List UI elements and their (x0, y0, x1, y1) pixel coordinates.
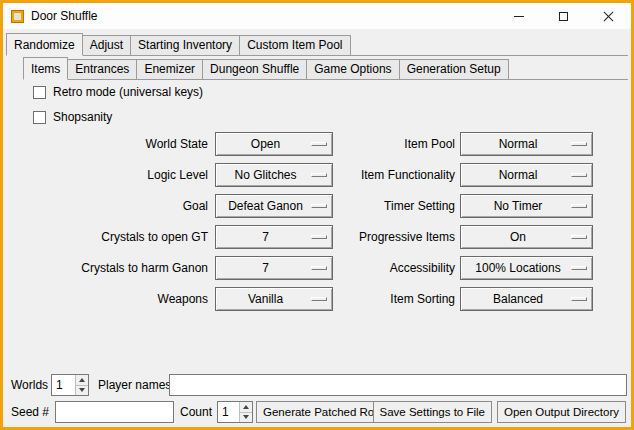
window-content: Randomize Adjust Starting Inventory Cust… (3, 29, 631, 427)
down-arrow-icon (243, 415, 249, 419)
dropdown-goal[interactable]: Defeat Ganon (215, 194, 333, 218)
window-title: Door Shuffle (31, 9, 98, 23)
dropdown-indicator-icon (571, 142, 587, 146)
dropdown-indicator-icon (311, 297, 327, 301)
shopsanity-row: Shopsanity (33, 109, 112, 125)
up-arrow-icon (79, 378, 85, 382)
item-sorting-label: Item Sorting (339, 287, 455, 311)
count-spinner-down[interactable] (240, 412, 252, 423)
dropdown-indicator-icon (311, 142, 327, 146)
worlds-spinner-down[interactable] (76, 385, 88, 396)
player-names-label: Player names (98, 374, 171, 396)
dropdown-indicator-icon (571, 235, 587, 239)
dropdown-indicator-icon (311, 266, 327, 270)
shopsanity-label: Shopsanity (53, 110, 112, 124)
dropdown-crystals-ganon[interactable]: 7 (215, 256, 333, 280)
dropdown-indicator-icon (571, 297, 587, 301)
goal-label: Goal (3, 194, 208, 218)
minimize-icon (514, 16, 524, 17)
count-value: 1 (218, 402, 239, 422)
item-functionality-label: Item Functionality (339, 163, 455, 187)
titlebar[interactable]: Door Shuffle (3, 3, 631, 29)
retro-mode-checkbox[interactable] (33, 86, 46, 99)
dropdown-crystals-gt[interactable]: 7 (215, 225, 333, 249)
window-controls (496, 3, 631, 29)
crystals-ganon-label: Crystals to harm Ganon (3, 256, 208, 280)
minimize-button[interactable] (496, 3, 541, 29)
dropdown-world-state[interactable]: Open (215, 132, 333, 156)
count-spinner[interactable]: 1 (217, 401, 253, 423)
worlds-value: 1 (52, 375, 75, 395)
tab-randomize[interactable]: Randomize (6, 33, 83, 56)
world-state-label: World State (3, 132, 208, 156)
timer-setting-label: Timer Setting (339, 194, 455, 218)
app-icon (11, 10, 24, 23)
dropdown-indicator-icon (571, 266, 587, 270)
tab-adjust[interactable]: Adjust (82, 35, 131, 56)
dropdown-indicator-icon (311, 235, 327, 239)
subtab-generation-setup[interactable]: Generation Setup (399, 59, 509, 80)
maximize-icon (559, 12, 568, 21)
dropdown-item-functionality[interactable]: Normal (460, 163, 593, 187)
crystals-gt-label: Crystals to open GT (3, 225, 208, 249)
accessibility-label: Accessibility (339, 256, 455, 280)
dropdown-indicator-icon (571, 204, 587, 208)
dropdown-indicator-icon (311, 173, 327, 177)
logic-level-label: Logic Level (3, 163, 208, 187)
tab-starting-inventory[interactable]: Starting Inventory (130, 35, 240, 56)
item-pool-label: Item Pool (339, 132, 455, 156)
dropdown-timer-setting[interactable]: No Timer (460, 194, 593, 218)
dropdown-accessibility[interactable]: 100% Locations (460, 256, 593, 280)
worlds-spinner-up[interactable] (76, 375, 88, 385)
dropdown-logic-level[interactable]: No Glitches (215, 163, 333, 187)
retro-mode-row: Retro mode (universal keys) (33, 84, 203, 100)
close-icon (603, 11, 614, 22)
count-label: Count (180, 401, 212, 423)
shopsanity-checkbox[interactable] (33, 111, 46, 124)
worlds-label: Worlds (11, 374, 48, 396)
tab-custom-item-pool[interactable]: Custom Item Pool (239, 35, 350, 56)
dropdown-weapons[interactable]: Vanilla (215, 287, 333, 311)
seed-label: Seed # (11, 401, 49, 423)
progressive-items-label: Progressive Items (339, 225, 455, 249)
dropdown-indicator-icon (311, 204, 327, 208)
dropdown-item-sorting[interactable]: Balanced (460, 287, 593, 311)
dropdown-progressive-items[interactable]: On (460, 225, 593, 249)
retro-mode-label: Retro mode (universal keys) (53, 85, 203, 99)
player-names-input[interactable] (169, 374, 627, 396)
weapons-label: Weapons (3, 287, 208, 311)
down-arrow-icon (79, 388, 85, 392)
close-button[interactable] (586, 3, 631, 29)
subtab-enemizer[interactable]: Enemizer (136, 59, 203, 80)
subtab-dungeon-shuffle[interactable]: Dungeon Shuffle (202, 59, 307, 80)
subtab-entrances[interactable]: Entrances (67, 59, 137, 80)
count-spinner-up[interactable] (240, 402, 252, 412)
main-tabstrip: Randomize Adjust Starting Inventory Cust… (6, 33, 628, 56)
dropdown-indicator-icon (571, 173, 587, 177)
sub-tabstrip: Items Entrances Enemizer Dungeon Shuffle… (23, 57, 628, 80)
worlds-spinner[interactable]: 1 (51, 374, 89, 396)
subtab-items[interactable]: Items (23, 57, 68, 80)
save-settings-button[interactable]: Save Settings to File (373, 401, 492, 423)
maximize-button[interactable] (541, 3, 586, 29)
open-output-directory-button[interactable]: Open Output Directory (497, 401, 626, 423)
door-shuffle-window: Door Shuffle Randomize Adjust Starting I… (0, 0, 634, 430)
up-arrow-icon (243, 405, 249, 409)
seed-input[interactable] (55, 401, 174, 423)
subtab-game-options[interactable]: Game Options (306, 59, 399, 80)
generate-patched-rom-button[interactable]: Generate Patched Rom (256, 401, 391, 423)
dropdown-item-pool[interactable]: Normal (460, 132, 593, 156)
